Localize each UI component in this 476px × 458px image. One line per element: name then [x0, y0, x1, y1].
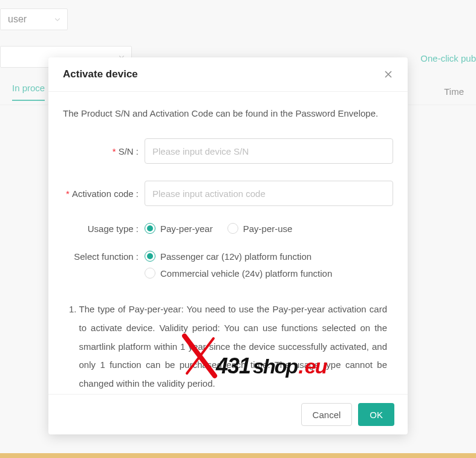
radio-pay-per-year[interactable]: Pay-per-year — [145, 223, 213, 234]
radio-icon — [145, 223, 155, 234]
radio-pay-per-use[interactable]: Pay-per-use — [227, 223, 293, 234]
close-icon — [383, 69, 393, 79]
radio-label: Pay-per-use — [243, 224, 293, 234]
info-number: 1. — [69, 300, 77, 393]
info-list: 1. The type of Pay-per-year: You need to… — [63, 295, 393, 393]
radio-label: Pay-per-year — [160, 224, 213, 234]
activate-device-modal: Activate device The Product S/N and Acti… — [48, 57, 408, 434]
radio-label: Passenger car (12v) platform function — [160, 251, 311, 262]
cancel-button[interactable]: Cancel — [301, 403, 353, 426]
modal-description: The Product S/N and Activation Code can … — [63, 105, 393, 121]
sn-input[interactable] — [145, 138, 393, 164]
usage-type-label: Usage type : — [63, 224, 145, 234]
ok-button[interactable]: OK — [358, 403, 394, 426]
radio-label: Commercial vehicle (24v) platform functi… — [160, 268, 332, 279]
activation-code-label: *Activation code : — [63, 189, 145, 199]
close-button[interactable] — [383, 69, 393, 79]
select-function-label: Select function : — [63, 251, 145, 262]
radio-icon — [145, 268, 155, 279]
modal-title: Activate device — [63, 68, 138, 80]
radio-icon — [145, 251, 155, 262]
radio-icon — [227, 223, 238, 234]
radio-commercial-vehicle[interactable]: Commercial vehicle (24v) platform functi… — [145, 268, 332, 279]
activation-code-input[interactable] — [145, 181, 393, 206]
info-text: The type of Pay-per-year: You need to us… — [79, 300, 387, 393]
radio-passenger-car[interactable]: Passenger car (12v) platform function — [145, 251, 311, 262]
sn-label: *S/N : — [63, 146, 145, 156]
